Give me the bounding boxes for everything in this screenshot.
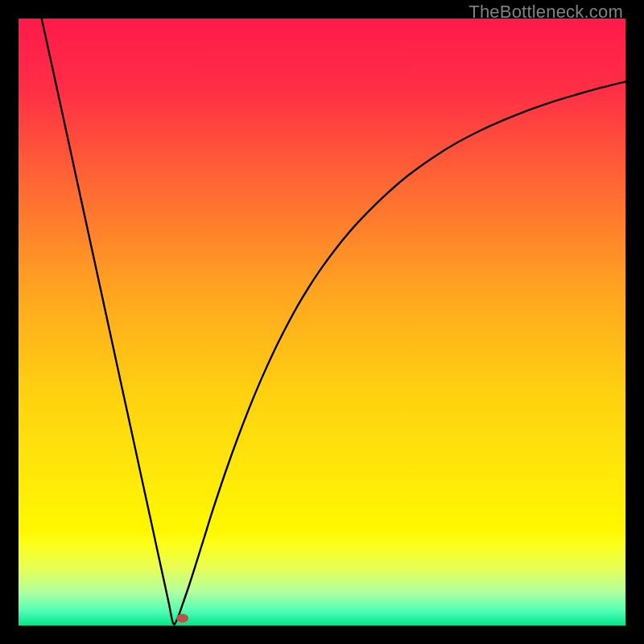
- bottleneck-curve-chart: [19, 19, 625, 625]
- optimum-marker: [176, 613, 188, 622]
- chart-frame: [19, 19, 625, 625]
- chart-background: [19, 19, 625, 625]
